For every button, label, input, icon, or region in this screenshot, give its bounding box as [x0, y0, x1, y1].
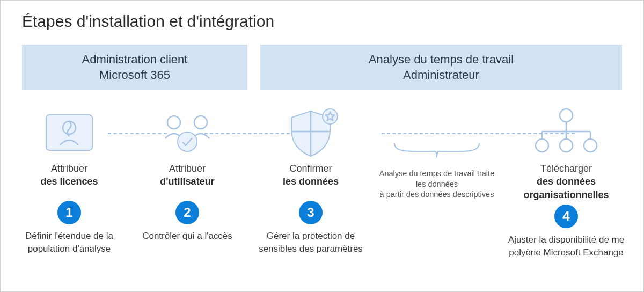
- note-line2: à partir des données descriptives: [377, 189, 496, 200]
- processing-note: Analyse du temps de travail traite les d…: [375, 103, 499, 200]
- users-check-icon: [130, 103, 244, 162]
- org-chart-icon: [501, 103, 632, 162]
- step4-desc: Ajuster la disponibilité de me polyène M…: [501, 233, 632, 259]
- svg-point-3: [194, 116, 207, 129]
- band-left-line2: Microsoft 365: [26, 68, 243, 83]
- step4-title-l1: Télécharger: [540, 162, 592, 175]
- svg-point-6: [560, 109, 573, 122]
- svg-point-8: [560, 139, 573, 152]
- step2-title-l2: d'utilisateur: [160, 175, 214, 188]
- band-right-line1: Analyse du temps de travail: [265, 52, 618, 68]
- step-2: Attribuer d'utilisateur 2 Contrôler qui …: [128, 103, 246, 243]
- band-right-line2: Administrateur: [265, 68, 618, 83]
- step1-title-l1: Attribuer: [51, 162, 87, 175]
- band-workplace-analytics: Analyse du temps de travail Administrate…: [260, 45, 622, 90]
- step3-badge: 3: [299, 201, 323, 224]
- step-4: Télécharger des données organisationnell…: [499, 103, 634, 259]
- brace-icon: [386, 140, 488, 162]
- step3-title-l2: les données: [283, 175, 339, 188]
- svg-rect-0: [46, 115, 92, 150]
- step4-badge: 4: [554, 205, 578, 228]
- step3-title-l1: Confirmer: [289, 162, 332, 175]
- page-title: Étapes d'installation et d'intégration: [22, 12, 638, 31]
- steps-row: Attribuer des licences 1 Définir l'étend…: [6, 103, 638, 259]
- svg-point-4: [178, 132, 197, 151]
- step-1: Attribuer des licences 1 Définir l'étend…: [10, 103, 128, 256]
- step3-desc: Gérer la protection de sensibles des par…: [248, 230, 373, 256]
- step1-badge: 1: [57, 201, 81, 224]
- shield-star-icon: [248, 103, 373, 162]
- step2-title-l1: Attribuer: [169, 162, 206, 175]
- note-line1: Analyse du temps de travail traite les d…: [377, 169, 496, 189]
- step1-desc: Définir l'étendue de la population d'ana…: [12, 230, 126, 256]
- svg-point-9: [584, 139, 597, 152]
- step-3: Confirmer les données 3 Gérer la protect…: [246, 103, 375, 256]
- diagram-frame: Étapes d'installation et d'intégration A…: [0, 0, 644, 292]
- role-bands: Administration client Microsoft 365 Anal…: [6, 45, 638, 90]
- step1-title-l2: des licences: [40, 175, 98, 188]
- band-admin-client: Administration client Microsoft 365: [22, 45, 247, 90]
- band-left-line1: Administration client: [26, 52, 243, 68]
- license-user-icon: [12, 103, 126, 162]
- step2-desc: Contrôler qui a l'accès: [130, 230, 244, 243]
- svg-point-7: [536, 139, 548, 152]
- step2-badge: 2: [175, 201, 199, 224]
- step4-title-l2: des données organisationnelles: [501, 175, 632, 201]
- svg-point-2: [167, 116, 180, 129]
